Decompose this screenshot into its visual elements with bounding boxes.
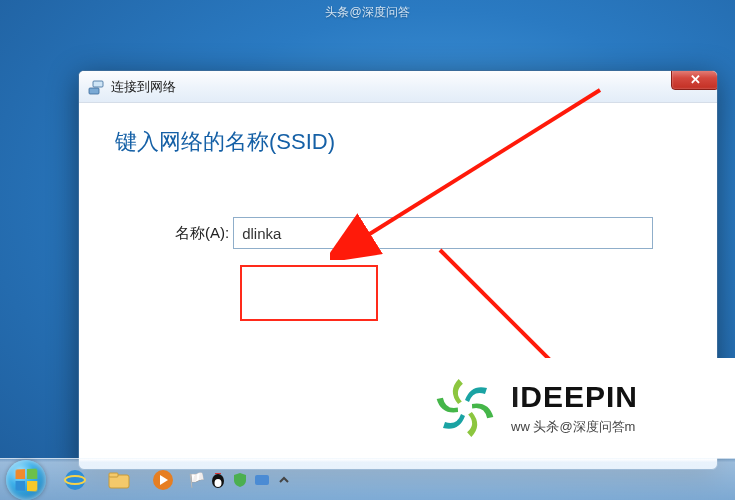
- close-button[interactable]: ✕: [671, 70, 718, 90]
- ssid-field-row: 名称(A):: [175, 217, 681, 249]
- svg-rect-1: [93, 81, 103, 87]
- tray-flag-icon[interactable]: 🏳️: [186, 470, 206, 490]
- brand-name: IDEEPIN: [511, 380, 638, 414]
- brand-logo-icon: [429, 372, 501, 444]
- svg-rect-8: [109, 473, 118, 477]
- network-icon: [87, 78, 105, 96]
- taskbar-media-icon[interactable]: [142, 462, 184, 498]
- dialog-body: 键入网络的名称(SSID) 名称(A):: [79, 103, 717, 273]
- tray-shield-icon[interactable]: [230, 470, 250, 490]
- dialog-heading: 键入网络的名称(SSID): [115, 127, 681, 157]
- attribution-text: 头条@深度问答: [325, 4, 409, 21]
- svg-point-11: [215, 479, 222, 487]
- tray-up-icon[interactable]: [274, 470, 294, 490]
- ssid-label: 名称(A):: [175, 224, 229, 243]
- tray-penguin-icon[interactable]: [208, 470, 228, 490]
- watermark-panel: IDEEPIN ww 头杀@深度问答m: [415, 358, 735, 458]
- taskbar[interactable]: 🏳️: [0, 458, 735, 500]
- svg-rect-12: [215, 473, 221, 474]
- start-button[interactable]: [6, 460, 46, 500]
- svg-rect-0: [89, 88, 99, 94]
- tray-app-icon[interactable]: [252, 470, 272, 490]
- svg-point-5: [65, 470, 85, 490]
- titlebar[interactable]: 连接到网络 ✕: [79, 71, 717, 103]
- svg-rect-13: [255, 475, 269, 485]
- svg-point-4: [460, 403, 470, 413]
- brand-subtitle: ww 头杀@深度问答m: [511, 418, 638, 436]
- dialog-title: 连接到网络: [111, 78, 176, 96]
- ssid-input[interactable]: [233, 217, 653, 249]
- taskbar-ie-icon[interactable]: [54, 462, 96, 498]
- taskbar-explorer-icon[interactable]: [98, 462, 140, 498]
- close-icon: ✕: [690, 72, 701, 87]
